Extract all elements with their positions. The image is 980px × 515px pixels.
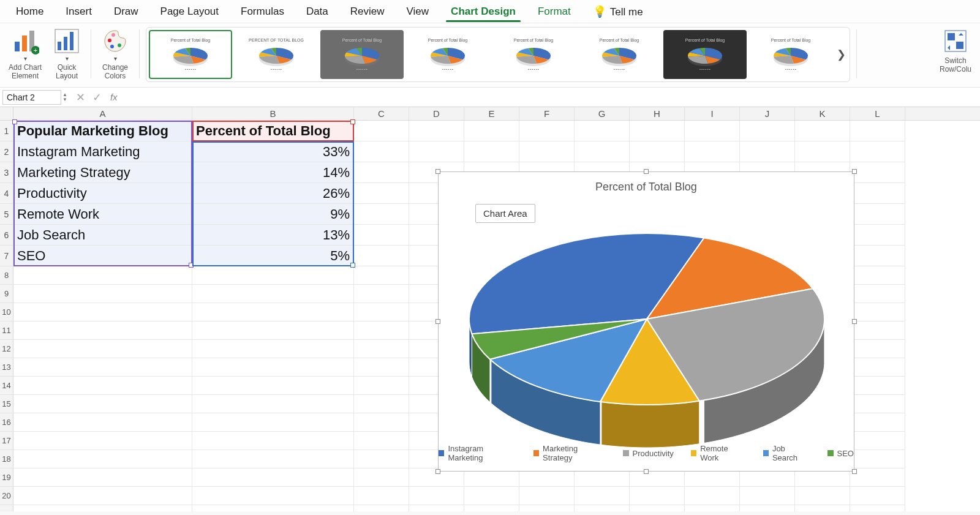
- cell-F1[interactable]: [519, 121, 575, 141]
- column-header-C[interactable]: C: [354, 107, 409, 120]
- column-header-D[interactable]: D: [409, 107, 464, 120]
- cell-C2[interactable]: [354, 141, 409, 162]
- column-header-E[interactable]: E: [464, 107, 519, 120]
- add-chart-element-button[interactable]: + ▾ Add ChartElement: [5, 27, 45, 81]
- cell-E20[interactable]: [464, 487, 519, 505]
- cell-A2[interactable]: Instagram Marketing: [13, 141, 192, 162]
- column-header-J[interactable]: J: [740, 107, 795, 120]
- cell-H20[interactable]: [630, 487, 685, 505]
- cell-B6[interactable]: 13%: [192, 225, 354, 246]
- cell-C20[interactable]: [354, 487, 409, 505]
- cell-A6[interactable]: Job Search: [13, 225, 192, 246]
- row-header-6[interactable]: 6: [0, 225, 13, 246]
- cell-B4[interactable]: 26%: [192, 183, 354, 204]
- cell-L9[interactable]: [850, 285, 905, 303]
- cell-B18[interactable]: [192, 450, 354, 468]
- tab-chart-design[interactable]: Chart Design: [440, 2, 527, 21]
- cell-B17[interactable]: [192, 432, 354, 450]
- chart-style-thumb-8[interactable]: Percent of Total Blog ▪ ▪ ▪ ▪ ▪ ▪: [749, 30, 832, 79]
- row-header-13[interactable]: 13: [0, 358, 13, 377]
- chart-style-thumb-3[interactable]: Percent of Total Blog ▪ ▪ ▪ ▪ ▪ ▪: [320, 30, 404, 79]
- cell-C21[interactable]: [354, 505, 409, 511]
- row-header-1[interactable]: 1: [0, 121, 13, 141]
- chart-object[interactable]: Percent of Total Blog Chart Area Instagr…: [438, 171, 854, 472]
- chart-style-thumb-4[interactable]: Percent of Total Blog ▪ ▪ ▪ ▪ ▪ ▪: [406, 30, 489, 79]
- cell-K20[interactable]: [795, 487, 850, 505]
- cell-L3[interactable]: [850, 162, 905, 183]
- cell-C1[interactable]: [354, 121, 409, 141]
- name-box[interactable]: Chart 2: [2, 90, 61, 105]
- cell-D21[interactable]: [409, 505, 464, 511]
- row-header-16[interactable]: 16: [0, 413, 13, 432]
- column-header-H[interactable]: H: [630, 107, 685, 120]
- cell-A3[interactable]: Marketing Strategy: [13, 162, 192, 183]
- switch-row-column-button[interactable]: SwitchRow/Colu: [936, 27, 975, 74]
- tab-draw[interactable]: Draw: [103, 2, 149, 21]
- enter-icon[interactable]: ✓: [92, 91, 102, 104]
- chart-style-thumb-1[interactable]: Percent of Total Blog ▪ ▪ ▪ ▪ ▪ ▪: [149, 30, 232, 79]
- row-header-19[interactable]: 19: [0, 468, 13, 487]
- cell-L10[interactable]: [850, 303, 905, 321]
- chart-style-thumb-7[interactable]: Percent of Total Blog ▪ ▪ ▪ ▪ ▪ ▪: [663, 30, 747, 79]
- cell-L4[interactable]: [850, 183, 905, 204]
- cell-L14[interactable]: [850, 377, 905, 395]
- cell-B11[interactable]: [192, 321, 354, 340]
- cell-J2[interactable]: [740, 141, 795, 162]
- cell-A18[interactable]: [13, 450, 192, 468]
- cell-K21[interactable]: [795, 505, 850, 511]
- cell-L13[interactable]: [850, 358, 905, 377]
- cell-A19[interactable]: [13, 468, 192, 487]
- row-header-10[interactable]: 10: [0, 303, 13, 321]
- cell-B5[interactable]: 9%: [192, 204, 354, 225]
- cell-J21[interactable]: [740, 505, 795, 511]
- cell-G20[interactable]: [575, 487, 630, 505]
- cell-C10[interactable]: [354, 303, 409, 321]
- row-header-20[interactable]: 20: [0, 487, 13, 505]
- cell-B14[interactable]: [192, 377, 354, 395]
- cell-H21[interactable]: [630, 505, 685, 511]
- cell-C8[interactable]: [354, 266, 409, 285]
- tell-me[interactable]: 💡Tell me: [582, 1, 654, 22]
- cell-A13[interactable]: [13, 358, 192, 377]
- cell-L19[interactable]: [850, 468, 905, 487]
- cell-B13[interactable]: [192, 358, 354, 377]
- gallery-next-button[interactable]: ❯: [835, 30, 847, 79]
- row-header-7[interactable]: 7: [0, 246, 13, 266]
- cell-I1[interactable]: [685, 121, 740, 141]
- row-header-11[interactable]: 11: [0, 321, 13, 340]
- cell-B21[interactable]: [192, 505, 354, 511]
- cell-H1[interactable]: [630, 121, 685, 141]
- column-header-A[interactable]: A: [13, 107, 192, 120]
- row-header-4[interactable]: 4: [0, 183, 13, 204]
- cell-L15[interactable]: [850, 395, 905, 413]
- cell-L20[interactable]: [850, 487, 905, 505]
- cell-K1[interactable]: [795, 121, 850, 141]
- tab-view[interactable]: View: [396, 2, 440, 21]
- cell-B19[interactable]: [192, 468, 354, 487]
- cell-E2[interactable]: [464, 141, 519, 162]
- cell-A7[interactable]: SEO: [13, 246, 192, 266]
- cell-A14[interactable]: [13, 377, 192, 395]
- cell-B9[interactable]: [192, 285, 354, 303]
- name-box-down[interactable]: ▼: [62, 97, 67, 102]
- cell-C7[interactable]: [354, 246, 409, 266]
- cell-C18[interactable]: [354, 450, 409, 468]
- cell-C11[interactable]: [354, 321, 409, 340]
- cell-L11[interactable]: [850, 321, 905, 340]
- cell-L12[interactable]: [850, 340, 905, 358]
- column-header-B[interactable]: B: [192, 107, 354, 120]
- cell-B20[interactable]: [192, 487, 354, 505]
- cell-L7[interactable]: [850, 246, 905, 266]
- tab-formulas[interactable]: Formulas: [230, 2, 295, 21]
- cell-L18[interactable]: [850, 450, 905, 468]
- column-header-K[interactable]: K: [795, 107, 850, 120]
- cell-L6[interactable]: [850, 225, 905, 246]
- chart-style-thumb-2[interactable]: PERCENT OF TOTAL BLOG ▪ ▪ ▪ ▪ ▪ ▪: [235, 30, 318, 79]
- cell-I2[interactable]: [685, 141, 740, 162]
- cell-C12[interactable]: [354, 340, 409, 358]
- cell-B10[interactable]: [192, 303, 354, 321]
- cell-A12[interactable]: [13, 340, 192, 358]
- cell-A17[interactable]: [13, 432, 192, 450]
- select-all-corner[interactable]: [0, 107, 13, 120]
- cell-G1[interactable]: [575, 121, 630, 141]
